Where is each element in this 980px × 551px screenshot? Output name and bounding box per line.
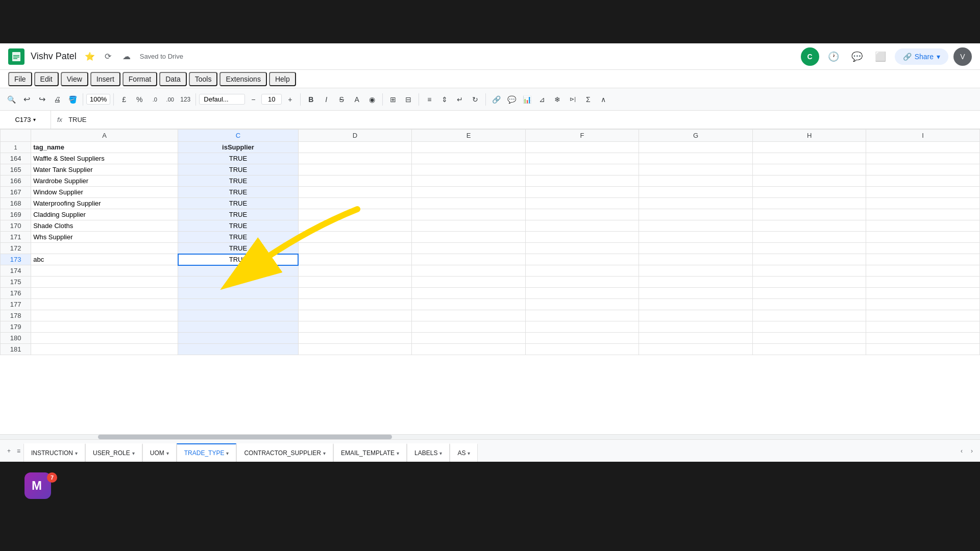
- cell-i[interactable]: [866, 243, 980, 254]
- cell-h[interactable]: [752, 333, 866, 344]
- cell-c[interactable]: [178, 333, 299, 344]
- cell-d[interactable]: [298, 209, 412, 220]
- cell-g[interactable]: [639, 277, 753, 288]
- wrap-button[interactable]: ↵: [453, 92, 467, 107]
- cell-f[interactable]: [525, 321, 639, 333]
- sheet-tab-instruction[interactable]: INSTRUCTION▾: [23, 443, 85, 462]
- menu-tools[interactable]: Tools: [189, 72, 218, 86]
- cell-g[interactable]: [639, 288, 753, 299]
- cell-i[interactable]: [866, 209, 980, 220]
- chart-button[interactable]: 📊: [520, 92, 534, 107]
- print-button[interactable]: 🖨: [50, 92, 64, 107]
- cell-i[interactable]: [866, 344, 980, 355]
- cell-a[interactable]: Whs Supplier: [31, 232, 178, 243]
- cell-g[interactable]: [639, 164, 753, 176]
- menu-file[interactable]: File: [8, 72, 32, 86]
- cell-e[interactable]: [412, 176, 526, 187]
- percent-button[interactable]: %: [132, 92, 146, 107]
- history-icon[interactable]: ⟳: [101, 49, 115, 64]
- cell-g[interactable]: [639, 344, 753, 355]
- cell-g[interactable]: [639, 243, 753, 254]
- cell-c[interactable]: [178, 299, 299, 310]
- cell-d[interactable]: [298, 288, 412, 299]
- header-f[interactable]: [525, 142, 639, 153]
- link-button[interactable]: 🔗: [489, 92, 503, 107]
- cell-h[interactable]: [752, 220, 866, 232]
- collapse-button[interactable]: ∧: [596, 92, 610, 107]
- cell-e[interactable]: [412, 164, 526, 176]
- undo-button[interactable]: ↩: [19, 92, 34, 107]
- cell-a[interactable]: [31, 344, 178, 355]
- cell-d[interactable]: [298, 321, 412, 333]
- cell-e[interactable]: [412, 243, 526, 254]
- cell-i[interactable]: [866, 198, 980, 209]
- cell-c[interactable]: TRUE: [178, 254, 299, 265]
- cell-e[interactable]: [412, 265, 526, 277]
- cell-c[interactable]: TRUE: [178, 176, 299, 187]
- currency-button[interactable]: £: [117, 92, 131, 107]
- cell-g[interactable]: [639, 310, 753, 321]
- cell-c[interactable]: TRUE: [178, 153, 299, 164]
- cell-c[interactable]: TRUE: [178, 164, 299, 176]
- cell-i[interactable]: [866, 232, 980, 243]
- cell-g[interactable]: [639, 321, 753, 333]
- cell-d[interactable]: [298, 153, 412, 164]
- cell-h[interactable]: [752, 243, 866, 254]
- comment-button[interactable]: 💬: [504, 92, 519, 107]
- cell-i[interactable]: [866, 176, 980, 187]
- cell-a[interactable]: [31, 288, 178, 299]
- cell-i[interactable]: [866, 220, 980, 232]
- cell-h[interactable]: [752, 187, 866, 198]
- header-e[interactable]: [412, 142, 526, 153]
- cell-g[interactable]: [639, 254, 753, 265]
- cell-e[interactable]: [412, 187, 526, 198]
- cell-f[interactable]: [525, 333, 639, 344]
- add-sheet-button[interactable]: +: [4, 444, 14, 458]
- cell-a[interactable]: [31, 277, 178, 288]
- cell-d[interactable]: [298, 198, 412, 209]
- cell-i[interactable]: [866, 265, 980, 277]
- menu-extensions[interactable]: Extensions: [219, 72, 266, 86]
- cell-c[interactable]: TRUE: [178, 232, 299, 243]
- menu-insert[interactable]: Insert: [90, 72, 120, 86]
- font-increase-button[interactable]: +: [283, 92, 297, 107]
- cell-c[interactable]: TRUE: [178, 187, 299, 198]
- cell-d[interactable]: [298, 333, 412, 344]
- cell-f[interactable]: [525, 232, 639, 243]
- header-i[interactable]: [866, 142, 980, 153]
- header-d[interactable]: [298, 142, 412, 153]
- cell-a[interactable]: [31, 299, 178, 310]
- cell-a[interactable]: Window Supplier: [31, 187, 178, 198]
- align-button[interactable]: ≡: [422, 92, 436, 107]
- cell-f[interactable]: [525, 187, 639, 198]
- filter-button[interactable]: ⊿: [535, 92, 549, 107]
- borders-button[interactable]: ⊞: [386, 92, 400, 107]
- cell-d[interactable]: [298, 265, 412, 277]
- tab-scroll-right[interactable]: ›: [968, 444, 976, 458]
- comments-icon[interactable]: 💬: [848, 47, 866, 66]
- cell-g[interactable]: [639, 153, 753, 164]
- cell-c[interactable]: TRUE: [178, 243, 299, 254]
- cell-d[interactable]: [298, 164, 412, 176]
- cell-c[interactable]: [178, 344, 299, 355]
- cell-e[interactable]: [412, 232, 526, 243]
- cell-c[interactable]: TRUE: [178, 209, 299, 220]
- cell-i[interactable]: [866, 333, 980, 344]
- cell-c[interactable]: [178, 321, 299, 333]
- cell-g[interactable]: [639, 176, 753, 187]
- cell-g[interactable]: [639, 187, 753, 198]
- cell-f[interactable]: [525, 153, 639, 164]
- cell-e[interactable]: [412, 310, 526, 321]
- bold-button[interactable]: B: [304, 92, 318, 107]
- merge-button[interactable]: ⊟: [401, 92, 415, 107]
- cell-f[interactable]: [525, 176, 639, 187]
- cell-reference[interactable]: C173 ▾: [0, 111, 51, 129]
- decimal-increase-button[interactable]: .00: [163, 92, 177, 107]
- cell-h[interactable]: [752, 288, 866, 299]
- cell-a[interactable]: Cladding Supplier: [31, 209, 178, 220]
- cell-f[interactable]: [525, 265, 639, 277]
- scrollbar-thumb[interactable]: [98, 435, 392, 439]
- cell-g[interactable]: [639, 265, 753, 277]
- cell-a[interactable]: Waterproofing Supplier: [31, 198, 178, 209]
- strikethrough-button[interactable]: S: [334, 92, 349, 107]
